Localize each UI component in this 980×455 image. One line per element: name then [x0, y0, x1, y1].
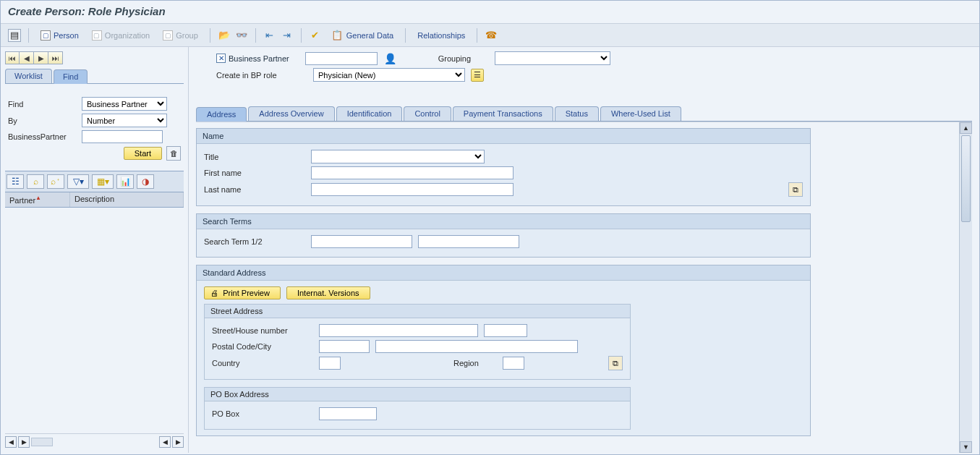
- tab-identification[interactable]: Identification: [336, 106, 403, 121]
- horiz-scroll: ◀ ▶ ◀ ▶: [5, 433, 184, 450]
- pobox-input[interactable]: [319, 407, 377, 420]
- tab-payment[interactable]: Payment Transactions: [453, 106, 553, 121]
- by-label: By: [8, 116, 77, 125]
- person-icon: 👤: [383, 53, 398, 64]
- tab-find[interactable]: Find: [54, 69, 88, 84]
- scroll-track[interactable]: [31, 438, 53, 446]
- start-button[interactable]: Start: [124, 147, 162, 160]
- tab-worklist[interactable]: Worklist: [5, 69, 52, 83]
- searchterm2-input[interactable]: [418, 235, 519, 248]
- organization-button: ▢ Organization: [88, 29, 154, 42]
- houseno-input[interactable]: [484, 324, 527, 337]
- page-title: Create Person: Role Physician: [1, 1, 979, 24]
- bp-number-input[interactable]: [305, 52, 378, 65]
- region-input[interactable]: [503, 357, 524, 370]
- postal-input[interactable]: [319, 340, 370, 353]
- menu-icon[interactable]: ▤: [8, 29, 21, 42]
- tab-control[interactable]: Control: [404, 106, 451, 121]
- f4-help-icon[interactable]: ☰: [471, 69, 484, 82]
- lastname-input[interactable]: [311, 183, 514, 196]
- group-name: Name Title First name Last nam: [196, 128, 811, 206]
- grouping-select[interactable]: [495, 51, 610, 65]
- firstname-input[interactable]: [311, 166, 514, 179]
- expand-name-icon[interactable]: ⧉: [788, 182, 803, 197]
- tab-where-used[interactable]: Where-Used List: [600, 106, 681, 121]
- nav-first-icon[interactable]: ⏮: [5, 51, 20, 64]
- scroll-right-icon[interactable]: ▶: [18, 436, 30, 448]
- relationships-button[interactable]: Relationships: [413, 30, 469, 41]
- group-address-title: Standard Address: [197, 265, 810, 281]
- alv-graphic-icon[interactable]: ◑: [137, 174, 154, 189]
- print-preview-button[interactable]: 🖨 Print Preview: [204, 286, 281, 299]
- createrole-label: Create in BP role: [216, 71, 307, 80]
- searchterm-label: Search Term 1/2: [204, 237, 305, 246]
- vertical-scrollbar[interactable]: ▲ ▼: [959, 122, 972, 453]
- nav-next-icon[interactable]: ▶: [34, 51, 48, 64]
- services-icon[interactable]: ☎: [485, 29, 498, 42]
- general-data-button[interactable]: 📋 General Data: [326, 27, 398, 43]
- nav-prev-icon[interactable]: ◀: [20, 51, 34, 64]
- scroll-right2-icon[interactable]: ▶: [172, 436, 184, 448]
- bp-input[interactable]: [82, 130, 163, 143]
- tab-address-overview[interactable]: Address Overview: [248, 106, 334, 121]
- alv-findnext-icon[interactable]: ⌕⁺: [47, 174, 64, 189]
- alv-filter-icon[interactable]: ▽▾: [67, 174, 89, 189]
- street-subgroup: Street Address Street/House number Posta…: [204, 304, 631, 380]
- arrow-right-icon[interactable]: ⇥: [281, 29, 294, 42]
- print-icon: 🖨: [210, 289, 218, 297]
- bp-label: BusinessPartner: [8, 132, 77, 141]
- nav-strip: ⏮ ◀ ▶ ⏭: [5, 51, 184, 64]
- alv-export-icon[interactable]: 📊: [116, 174, 134, 189]
- group-button: ▢ Group: [158, 29, 203, 42]
- firstname-label: First name: [204, 169, 305, 177]
- bp-check-label[interactable]: ✕ Business Partner: [216, 54, 289, 63]
- app-toolbar: ▤ ▢ Person ▢ Organization ▢ Group 📂 👓 ⇤ …: [1, 24, 979, 47]
- alv-toolbar: ☷ ⌕ ⌕⁺ ▽▾ ▦▾ 📊 ◑: [5, 171, 184, 192]
- clipboard-icon: 📋: [331, 29, 344, 42]
- col-description[interactable]: Description: [70, 192, 184, 207]
- title-select[interactable]: [311, 150, 485, 163]
- grouping-label: Grouping: [438, 54, 489, 63]
- createrole-select[interactable]: Physician (New): [313, 68, 465, 82]
- check-icon[interactable]: ✔: [309, 29, 322, 42]
- scroll-down-icon[interactable]: ▼: [960, 441, 972, 453]
- searchterm1-input[interactable]: [311, 235, 412, 248]
- street-title: Street Address: [205, 305, 630, 318]
- intl-versions-button[interactable]: Internat. Versions: [286, 286, 370, 299]
- country-label: Country: [212, 359, 313, 367]
- alv-body: [5, 208, 184, 433]
- group-name-title: Name: [197, 129, 810, 144]
- group-search-title: Search Terms: [197, 214, 810, 229]
- scroll-up-icon[interactable]: ▲: [960, 122, 972, 134]
- tab-status[interactable]: Status: [555, 106, 599, 121]
- expand-address-icon[interactable]: ⧉: [608, 356, 623, 370]
- detail-tabs: Address Address Overview Identification …: [196, 106, 972, 122]
- scroll-thumb[interactable]: [961, 135, 971, 222]
- trash-icon[interactable]: 🗑: [166, 146, 181, 161]
- nav-last-icon[interactable]: ⏭: [48, 51, 63, 64]
- person-button[interactable]: ▢ Person: [36, 29, 83, 42]
- find-select[interactable]: Business Partner: [82, 97, 167, 111]
- checkbox-icon: ✕: [216, 54, 226, 63]
- open-icon[interactable]: 📂: [218, 29, 231, 42]
- street-input[interactable]: [319, 324, 478, 337]
- title-label: Title: [204, 153, 305, 161]
- col-partner[interactable]: Partner▲: [5, 192, 70, 207]
- city-input[interactable]: [375, 340, 578, 353]
- document-icon: ▢: [92, 30, 102, 41]
- document-icon: ▢: [41, 30, 51, 41]
- alv-find-icon[interactable]: ⌕: [27, 174, 44, 189]
- alv-layout-icon[interactable]: ▦▾: [92, 174, 114, 189]
- postal-label: Postal Code/City: [212, 342, 313, 351]
- display-icon[interactable]: 👓: [235, 29, 248, 42]
- alv-details-icon[interactable]: ☷: [7, 174, 24, 189]
- tab-address[interactable]: Address: [196, 107, 247, 122]
- country-input[interactable]: [319, 357, 341, 370]
- lastname-label: Last name: [204, 185, 305, 194]
- find-label: Find: [8, 100, 77, 109]
- scroll-left2-icon[interactable]: ◀: [159, 436, 171, 448]
- by-select[interactable]: Number: [82, 114, 167, 127]
- scroll-left-icon[interactable]: ◀: [5, 436, 17, 448]
- pobox-title: PO Box Address: [205, 388, 630, 401]
- arrow-left-icon[interactable]: ⇤: [263, 29, 276, 42]
